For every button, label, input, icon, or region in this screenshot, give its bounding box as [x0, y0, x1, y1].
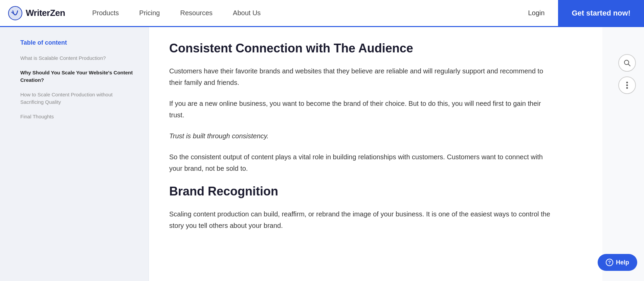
section1-heading: Consistent Connection with The Audience — [169, 41, 555, 56]
svg-line-3 — [628, 64, 630, 66]
logo-icon — [8, 6, 22, 20]
nav-about[interactable]: About Us — [233, 9, 261, 17]
svg-point-5 — [626, 85, 628, 86]
toc-item-2[interactable]: Why Should You Scale Your Website's Cont… — [20, 69, 135, 84]
dots-icon — [626, 81, 628, 89]
main-layout: Table of content What is Scalable Conten… — [0, 27, 644, 281]
header: WriterZen Products Pricing Resources Abo… — [0, 0, 644, 27]
help-icon: ? — [606, 259, 613, 266]
help-button[interactable]: ? Help — [598, 254, 637, 271]
get-started-button[interactable]: Get started now! — [558, 0, 644, 27]
nav-products[interactable]: Products — [92, 9, 119, 17]
nav-pricing[interactable]: Pricing — [139, 9, 160, 17]
section1-p2: If you are a new online business, you wa… — [169, 98, 555, 121]
toc-title: Table of content — [20, 39, 135, 46]
toc-item-3[interactable]: How to Scale Content Production without … — [20, 91, 135, 106]
nav-resources[interactable]: Resources — [180, 9, 213, 17]
search-float-button[interactable] — [618, 54, 636, 72]
svg-point-6 — [626, 87, 628, 89]
section1-p3-italic: Trust is built through consistency. — [169, 130, 555, 142]
section2-heading: Brand Recognition — [169, 184, 555, 199]
section1-p4: So the consistent output of content play… — [169, 151, 555, 174]
sidebar: Table of content What is Scalable Conten… — [0, 27, 149, 281]
toc-item-1[interactable]: What is Scalable Content Production? — [20, 54, 135, 62]
login-button[interactable]: Login — [521, 9, 551, 17]
logo-text: WriterZen — [26, 8, 65, 18]
article-content: Consistent Connection with The Audience … — [149, 27, 602, 281]
toc-item-4[interactable]: Final Thoughts — [20, 113, 135, 121]
more-options-float-button[interactable] — [618, 76, 636, 94]
section2-p1: Scaling content production can build, re… — [169, 208, 555, 231]
floating-buttons — [618, 54, 636, 94]
help-label: Help — [616, 259, 629, 266]
search-icon — [623, 59, 631, 67]
main-nav: Products Pricing Resources About Us — [92, 9, 521, 17]
svg-point-4 — [626, 82, 628, 84]
section1-p1: Customers have their favorite brands and… — [169, 65, 555, 88]
logo[interactable]: WriterZen — [8, 6, 65, 20]
header-right: Login Get started now! — [521, 0, 644, 27]
